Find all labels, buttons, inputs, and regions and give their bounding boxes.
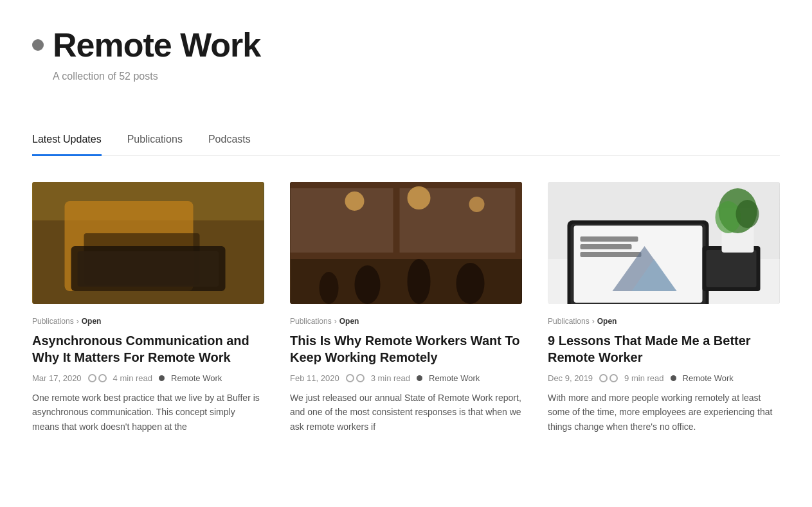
tab-publications[interactable]: Publications	[127, 134, 183, 156]
article-excerpt-2: We just released our annual State of Rem…	[290, 391, 522, 434]
circle-icon-1b	[98, 374, 107, 382]
article-tag-3: Remote Work	[683, 373, 734, 383]
tab-podcasts[interactable]: Podcasts	[208, 134, 251, 156]
page-container: Remote Work A collection of 52 posts Lat…	[0, 0, 812, 459]
meta-open-2: Open	[339, 317, 359, 326]
article-card-2: Publications › Open This Is Why Remote W…	[290, 182, 522, 434]
page-title: Remote Work	[53, 26, 260, 64]
header-section: Remote Work	[32, 26, 780, 64]
read-time-icons-1	[88, 374, 107, 382]
svg-rect-29	[707, 250, 757, 287]
page-subtitle: A collection of 52 posts	[53, 71, 780, 82]
meta-arrow-3: ›	[592, 317, 595, 326]
article-title-1: Asynchronous Communication and Why It Ma…	[32, 332, 264, 366]
article-tag-2: Remote Work	[429, 373, 480, 383]
svg-point-14	[355, 265, 381, 304]
article-date-row-3: Dec 9, 2019 9 min read Remote Work	[548, 373, 780, 383]
svg-point-11	[345, 191, 365, 211]
meta-publications-1: Publications	[32, 317, 74, 326]
svg-rect-9	[291, 188, 393, 253]
meta-publications-2: Publications	[290, 317, 332, 326]
article-title-3: 9 Lessons That Made Me a Better Remote W…	[548, 332, 780, 366]
svg-point-15	[408, 259, 431, 304]
article-excerpt-3: With more and more people working remote…	[548, 391, 780, 434]
header-dot-icon	[32, 39, 44, 51]
read-time-icons-3	[599, 374, 618, 382]
tag-dot-1	[159, 375, 165, 381]
tabs-section: Latest Updates Publications Podcasts	[32, 134, 780, 156]
svg-point-12	[408, 186, 431, 209]
svg-rect-5	[78, 251, 219, 287]
article-card: Publications › Open Asynchronous Communi…	[32, 182, 264, 434]
article-meta-top-2: Publications › Open	[290, 317, 522, 326]
article-image-2	[290, 182, 522, 304]
article-image-3	[548, 182, 780, 304]
article-date-1: Mar 17, 2020	[32, 373, 82, 383]
article-tag-1: Remote Work	[171, 373, 222, 383]
read-time-2: 3 min read	[371, 373, 410, 383]
circle-icon-2a	[346, 374, 354, 382]
meta-arrow-1: ›	[77, 317, 79, 326]
meta-open-3: Open	[597, 317, 617, 326]
svg-rect-24	[581, 244, 632, 249]
tab-latest-updates[interactable]: Latest Updates	[32, 134, 102, 156]
read-time-3: 9 min read	[624, 373, 663, 383]
article-card-3: Publications › Open 9 Lessons That Made …	[548, 182, 780, 434]
svg-rect-25	[581, 252, 642, 257]
meta-open-1: Open	[82, 317, 102, 326]
circle-icon-3b	[609, 374, 618, 382]
article-date-2: Feb 11, 2020	[290, 373, 339, 383]
tag-dot-3	[671, 375, 676, 381]
article-title-2: This Is Why Remote Workers Want To Keep …	[290, 332, 522, 366]
article-image-1	[32, 182, 264, 304]
svg-point-16	[456, 263, 485, 304]
circle-icon-3a	[599, 374, 608, 382]
read-time-1: 4 min read	[113, 373, 152, 383]
article-meta-top-3: Publications › Open	[548, 317, 780, 326]
tag-dot-2	[417, 375, 422, 381]
meta-publications-3: Publications	[548, 317, 590, 326]
articles-grid: Publications › Open Asynchronous Communi…	[32, 182, 780, 434]
svg-point-33	[736, 200, 759, 228]
article-date-row-2: Feb 11, 2020 3 min read Remote Work	[290, 373, 522, 383]
article-date-row-1: Mar 17, 2020 4 min read Remote Work	[32, 373, 264, 383]
meta-arrow-2: ›	[334, 317, 337, 326]
tabs-nav: Latest Updates Publications Podcasts	[32, 134, 780, 156]
svg-point-13	[469, 197, 485, 212]
circle-icon-2b	[356, 374, 365, 382]
article-excerpt-1: One remote work best practice that we li…	[32, 391, 264, 434]
circle-icon-1a	[88, 374, 96, 382]
article-meta-top-1: Publications › Open	[32, 317, 264, 326]
read-time-icons-2	[346, 374, 365, 382]
article-date-3: Dec 9, 2019	[548, 373, 593, 383]
svg-point-17	[320, 272, 339, 304]
svg-rect-23	[581, 236, 638, 242]
